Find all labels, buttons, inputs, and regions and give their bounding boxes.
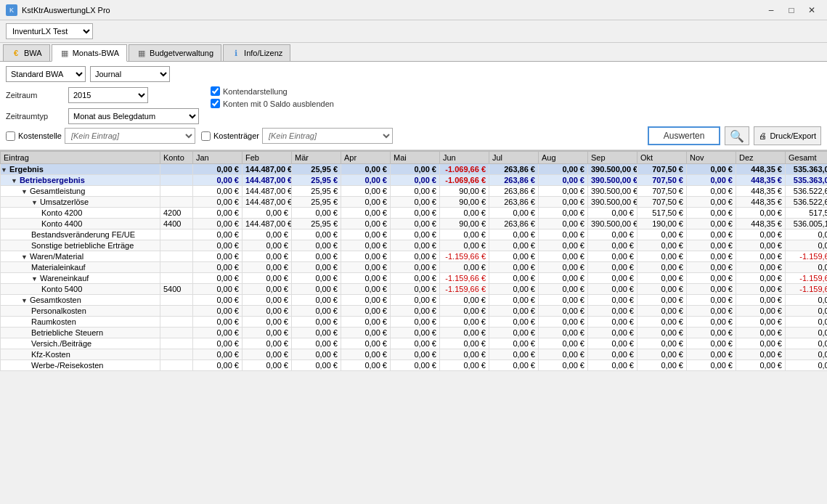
konten-null-checkbox-label[interactable]: Konten mit 0 Saldo ausblenden <box>211 99 334 108</box>
expand-icon[interactable]: ▼ <box>1 166 7 174</box>
minimize-button[interactable]: – <box>762 3 781 17</box>
cell-aug: 0,00 € <box>539 229 588 240</box>
cell-jul: 263,86 € <box>489 164 539 175</box>
kostentraeger-checkbox[interactable] <box>201 131 211 141</box>
expand-icon[interactable]: ▼ <box>21 297 28 304</box>
cell-aug: 0,00 € <box>539 219 588 229</box>
cell-mar: 0,00 € <box>292 295 341 306</box>
cell-jul: 0,00 € <box>489 251 539 262</box>
cell-okt: 0,00 € <box>637 295 687 306</box>
table-row: ▼Ergebnis0,00 €144.487,00 €25,95 €0,00 €… <box>1 164 828 175</box>
auswerten-button[interactable]: Auswerten <box>648 126 721 145</box>
cell-nov: 0,00 € <box>687 295 736 306</box>
cell-dez: 0,00 € <box>736 273 786 284</box>
kontendarstellung-checkbox-label[interactable]: Kontendarstellung <box>211 86 334 96</box>
cell-aug: 0,00 € <box>539 295 588 306</box>
search-button[interactable]: 🔍 <box>725 126 749 145</box>
maximize-button[interactable]: □ <box>782 3 801 17</box>
company-dropdown[interactable]: InventurLX Test <box>6 23 93 39</box>
cell-jul: 0,00 € <box>489 273 539 284</box>
cell-mar: 0,00 € <box>292 284 341 295</box>
cell-apr: 0,00 € <box>341 175 391 186</box>
tab-monats-bwa[interactable]: ▦ Monats-BWA <box>52 44 127 62</box>
table-row: Materialeinkauf0,00 €0,00 €0,00 €0,00 €0… <box>1 262 828 273</box>
cell-aug: 0,00 € <box>539 240 588 251</box>
tab-budgetverwaltung[interactable]: ▦ Budgetverwaltung <box>129 44 221 61</box>
col-header-dez: Dez <box>736 152 786 164</box>
cell-gesamt: 0,00 € <box>786 229 828 240</box>
cell-apr: 0,00 € <box>341 197 391 208</box>
cell-jan: 0,00 € <box>193 240 243 251</box>
zeitraumtyp-dropdown[interactable]: Monat aus Belegdatum <box>68 108 199 124</box>
table-row: Werbe-/Reisekosten0,00 €0,00 €0,00 €0,00… <box>1 360 828 371</box>
cell-entry: Konto 4200 <box>1 208 160 219</box>
cell-aug: 0,00 € <box>539 349 588 360</box>
cell-entry: Versich./Beiträge <box>1 338 160 349</box>
cell-aug: 0,00 € <box>539 360 588 371</box>
kostentraeger-dropdown[interactable]: [Kein Eintrag] <box>262 128 393 144</box>
table-row: Konto 440044000,00 €144.487,00 €25,95 €0… <box>1 219 828 229</box>
cell-mar: 0,00 € <box>292 273 341 284</box>
cell-konto <box>160 317 193 328</box>
cell-mar: 25,95 € <box>292 197 341 208</box>
cell-dez: 0,00 € <box>736 208 786 219</box>
cell-sep: 0,00 € <box>588 317 637 328</box>
kostenstelle-checkbox[interactable] <box>6 131 15 141</box>
konten-null-checkbox[interactable] <box>211 99 220 108</box>
journal-dropdown[interactable]: Journal <box>90 66 170 82</box>
cell-jun: 0,00 € <box>440 306 489 317</box>
cell-mar: 0,00 € <box>292 328 341 338</box>
cell-feb: 0,00 € <box>243 338 292 349</box>
cell-entry: Konto 5400 <box>1 284 160 295</box>
kostenstelle-dropdown[interactable]: [Kein Eintrag] <box>65 128 195 144</box>
cell-okt: 0,00 € <box>637 328 687 338</box>
cell-konto <box>160 328 193 338</box>
expand-icon[interactable]: ▼ <box>21 188 28 195</box>
cell-konto <box>160 197 193 208</box>
tab-bwa[interactable]: € BWA <box>3 44 50 61</box>
zeitraumtyp-label: Zeitraumtyp <box>6 112 64 121</box>
cell-jul: 0,00 € <box>489 262 539 273</box>
cell-gesamt: 0,00 € <box>786 306 828 317</box>
cell-mar: 0,00 € <box>292 306 341 317</box>
cell-dez: 0,00 € <box>736 349 786 360</box>
cell-okt: 707,50 € <box>637 164 687 175</box>
expand-icon[interactable]: ▼ <box>21 253 28 261</box>
tab-info-lizenz[interactable]: ℹ Info/Lizenz <box>223 44 290 61</box>
cell-gesamt: -1.159,66 € <box>786 273 828 284</box>
cell-entry: Materialeinkauf <box>1 262 160 273</box>
cell-entry: Personalkosten <box>1 306 160 317</box>
cell-jun: -1.069,66 € <box>440 164 489 175</box>
printer-icon: 🖨 <box>759 131 767 140</box>
standard-bwa-dropdown[interactable]: Standard BWA <box>6 66 86 82</box>
expand-icon[interactable]: ▼ <box>31 275 38 283</box>
cell-feb: 0,00 € <box>243 284 292 295</box>
tab-budgetverwaltung-label: Budgetverwaltung <box>150 49 213 57</box>
cell-dez: 0,00 € <box>736 240 786 251</box>
cell-entry: ▼Gesamtkosten <box>1 295 160 306</box>
print-button[interactable]: 🖨 Druck/Export <box>754 126 821 145</box>
cell-feb: 0,00 € <box>243 328 292 338</box>
col-header-jul: Jul <box>489 152 539 164</box>
kontendarstellung-checkbox[interactable] <box>211 86 220 96</box>
zeitraum-dropdown[interactable]: 2015 <box>68 87 148 103</box>
cell-konto <box>160 295 193 306</box>
expand-icon[interactable]: ▼ <box>31 199 38 206</box>
cell-apr: 0,00 € <box>341 186 391 197</box>
close-button[interactable]: ✕ <box>802 3 821 17</box>
cell-entry: Kfz-Kosten <box>1 349 160 360</box>
table-row: Kfz-Kosten0,00 €0,00 €0,00 €0,00 €0,00 €… <box>1 349 828 360</box>
cell-jul: 263,86 € <box>489 219 539 229</box>
cell-dez: 448,35 € <box>736 164 786 175</box>
cell-gesamt: 535.363,00 € <box>786 164 828 175</box>
cell-mar: 0,00 € <box>292 208 341 219</box>
cell-jun: 90,00 € <box>440 186 489 197</box>
cell-okt: 0,00 € <box>637 317 687 328</box>
cell-nov: 0,00 € <box>687 284 736 295</box>
cell-okt: 0,00 € <box>637 360 687 371</box>
app-icon: K <box>6 4 17 16</box>
cell-jul: 0,00 € <box>489 338 539 349</box>
table-container: Eintrag Konto Jan Feb Mär Apr Mai Jun Ju… <box>0 150 827 500</box>
cell-jun: 0,00 € <box>440 317 489 328</box>
expand-icon[interactable]: ▼ <box>11 177 17 184</box>
